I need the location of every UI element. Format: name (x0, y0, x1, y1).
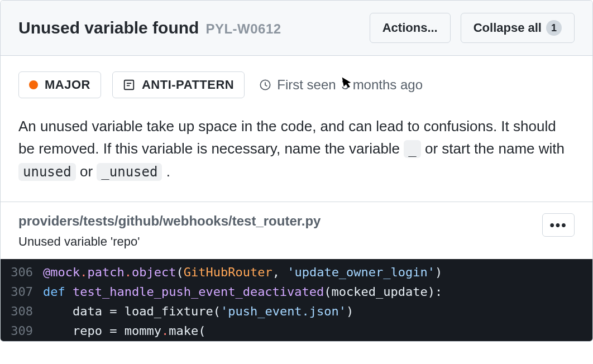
desc-code: _unused (97, 163, 162, 181)
line-number: 309 (1, 321, 43, 341)
file-info: providers/tests/github/webhooks/test_rou… (18, 213, 321, 249)
file-path[interactable]: providers/tests/github/webhooks/test_rou… (18, 213, 321, 229)
issue-title-group: Unused variable found PYL-W0612 (18, 18, 281, 37)
tok: load_fixture (125, 304, 213, 318)
svg-rect-0 (125, 80, 134, 90)
tok: def (43, 285, 65, 299)
tok (43, 324, 73, 338)
desc-code: unused (18, 163, 76, 181)
category-label: ANTI-PATTERN (142, 78, 234, 92)
severity-tag[interactable]: MAJOR (18, 71, 101, 98)
code-line: 309 repo = mommy.make( (1, 321, 592, 341)
tok: 'push_event.json' (221, 304, 346, 318)
actions-button[interactable]: Actions... (370, 13, 451, 43)
line-number: 306 (1, 262, 43, 282)
line-content: repo = mommy.make( (43, 321, 205, 341)
code-line: 306 @mock.patch.object(GitHubRouter, 'up… (1, 262, 592, 282)
tok: make (169, 324, 198, 338)
file-issue-message: Unused variable 'repo' (18, 234, 321, 249)
first-seen-value: 3 months ago (342, 77, 423, 93)
file-header: providers/tests/github/webhooks/test_rou… (1, 202, 592, 259)
kebab-icon: ••• (549, 217, 567, 233)
issue-description: An unused variable take up space in the … (18, 115, 575, 183)
collapse-all-label: Collapse all (474, 21, 542, 35)
collapse-count-badge: 1 (546, 20, 562, 36)
category-tag[interactable]: ANTI-PATTERN (112, 71, 245, 98)
tok: object (132, 265, 176, 279)
tok: ( (176, 265, 183, 279)
code-line: 308 data = load_fixture('push_event.json… (1, 301, 592, 321)
line-number: 307 (1, 282, 43, 301)
tok: ( (198, 324, 205, 338)
tok: mocked_update (332, 285, 428, 299)
desc-text: or (76, 163, 97, 180)
line-content: def test_handle_push_event_deactivated(m… (43, 282, 442, 301)
document-icon (123, 79, 135, 91)
issue-body: MAJOR ANTI-PATTERN First seen 3 months a… (1, 56, 592, 202)
code-block: 306 @mock.patch.object(GitHubRouter, 'up… (1, 259, 592, 341)
tok (43, 304, 73, 318)
file-section: providers/tests/github/webhooks/test_rou… (1, 202, 592, 341)
tok: ): (428, 285, 443, 299)
actions-button-label: Actions... (382, 21, 438, 35)
tok: = (102, 304, 125, 318)
tok: data (73, 304, 102, 318)
tok: test_handle_push_event_deactivated (73, 285, 324, 299)
tok: ( (324, 285, 331, 299)
desc-text: . (162, 163, 170, 180)
tok (65, 285, 73, 299)
header-actions: Actions... Collapse all 1 (370, 13, 575, 43)
tok: ) (435, 265, 442, 279)
tok: patch (87, 265, 124, 279)
issue-header: Unused variable found PYL-W0612 Actions.… (1, 1, 592, 56)
issue-title: Unused variable found (18, 18, 199, 37)
tok: . (161, 324, 169, 338)
collapse-all-button[interactable]: Collapse all 1 (461, 13, 575, 43)
first-seen-label: First seen (277, 77, 336, 93)
line-content: data = load_fixture('push_event.json') (43, 301, 353, 321)
tok: mommy (125, 324, 161, 338)
desc-text: or start the name with (421, 140, 565, 157)
clock-icon (259, 79, 271, 91)
tags-row: MAJOR ANTI-PATTERN First seen 3 months a… (18, 71, 575, 98)
severity-label: MAJOR (45, 78, 90, 92)
line-number: 308 (1, 301, 43, 321)
tok: . (80, 265, 87, 279)
first-seen: First seen 3 months ago (259, 77, 423, 93)
desc-code: _ (404, 140, 420, 158)
tok: , (272, 265, 288, 279)
tok: 'update_owner_login' (287, 265, 435, 279)
line-content: @mock.patch.object(GitHubRouter, 'update… (43, 262, 442, 282)
issue-code: PYL-W0612 (205, 21, 281, 37)
code-line: 307 def test_handle_push_event_deactivat… (1, 282, 592, 301)
tok: GitHubRouter (184, 265, 272, 279)
tok: ( (213, 304, 221, 318)
tok: . (125, 265, 132, 279)
file-more-button[interactable]: ••• (542, 213, 575, 237)
tok: ) (346, 304, 353, 318)
tok: repo (73, 324, 102, 338)
severity-dot-icon (29, 80, 38, 89)
tok: = (102, 324, 125, 338)
tok: @mock (43, 265, 80, 279)
